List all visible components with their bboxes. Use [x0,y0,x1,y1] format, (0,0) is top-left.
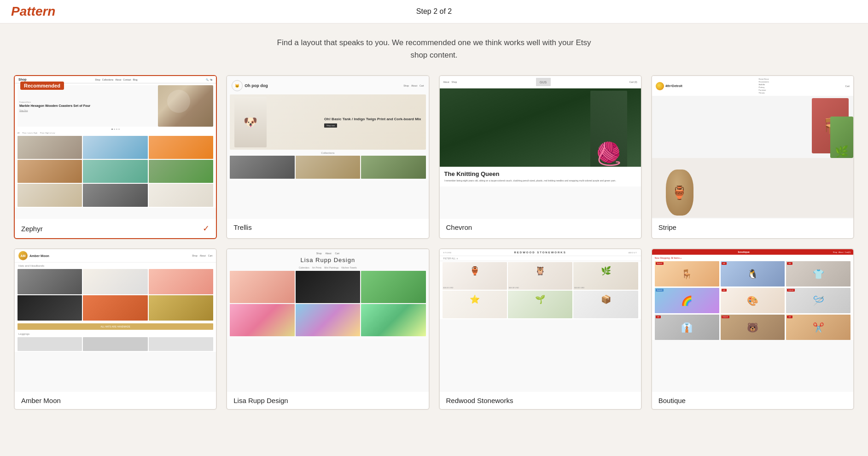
redwood-cell-5: 🌱 [508,291,572,318]
stripe-logo: 4th+Detroit [656,82,682,90]
trellis-item-2 [296,156,360,179]
zephyr-cell-5 [83,160,147,183]
theme-card-boutique[interactable]: boutique ShopAboutCart(0) Now Shopping: … [651,248,854,410]
theme-card-stripe[interactable]: 4th+Detroit Home DecorHousewaresWall Art… [651,75,854,239]
trellis-hero-text: Oh! Basic Tank / Indigo Twigs Print and … [324,117,421,127]
lisa-sub-nav: CalendarsArt PrintsMini PaintingsKitchen… [230,266,425,269]
boutique-item-4: 🌈 featured [655,288,719,313]
stripe-hero: 🪑 🌿 [652,96,853,158]
amber-cell-1 [17,269,82,294]
amber-cell-4 [17,295,82,321]
amber-nav: AM Amber Moon ShopAboutCart [15,249,216,263]
boutique-img-7: 👔 [655,315,719,340]
zephyr-label: Zephyr ✓ [15,219,216,238]
boutique-badge-1: featured [656,262,664,265]
lisa-nav: ShopAboutCart [230,252,425,255]
boutique-img-6: 🪡 [786,288,851,313]
zephyr-cell-6 [149,160,213,183]
boutique-img-9: ✂️ [786,315,851,340]
zephyr-checkmark: ✓ [203,223,210,234]
amber-logo-name: Amber Moon [29,254,49,257]
boutique-img-5: 🎨 [721,288,785,313]
zephyr-cell-3 [149,136,213,159]
boutique-img-2: 🐧 [721,261,785,286]
boutique-item-5: 🎨 sale [721,288,785,313]
zephyr-preview: Recommended Shop ShopCollectionsAboutCon… [15,76,216,219]
chevron-title: The Knitting Queen [444,170,636,177]
subtitle: Find a layout that speaks to you. We rec… [0,23,868,70]
step-indicator: Step 2 of 2 [416,7,452,16]
stripe-logo-sun [656,82,664,90]
page-header: Pattern Step 2 of 2 [0,0,868,23]
amber-preview-container: AM Amber Moon ShopAboutCart Hats and Hea… [15,249,216,392]
amber-category1: Hats and Headbands [15,263,216,268]
lisa-cell-5 [296,304,360,336]
zephyr-featured-label: Featured Item [19,101,156,103]
lisa-cell-3 [361,271,425,303]
zephyr-filters: AllPrice: Low to HighPrice: High to Low [15,131,216,135]
chevron-content: The Knitting Queen I remember being eigh… [440,167,641,187]
logo: Pattern [11,4,55,19]
trellis-name: Trellis [233,223,251,231]
stripe-nav: 4th+Detroit Home DecorHousewaresWall Art… [652,76,853,96]
amber-banner: ALL HATS ARE HANDMADE [17,323,213,330]
chevron-preview-container: AboutShop GUS Cart (0) 🧶 The Knitting Qu… [440,76,641,219]
theme-grid: Recommended Shop ShopCollectionsAboutCon… [0,70,868,424]
trellis-preview-container: 🐱 Oh pop dog ShopAboutCart 🐶 Oh! Basic T… [227,76,428,219]
chevron-desc: I remember being eight years old, sittin… [444,179,636,183]
chevron-hero: 🧶 [440,88,641,167]
chevron-logo: GUS [536,78,551,86]
stripe-plant: 🌿 [830,117,853,158]
theme-card-chevron[interactable]: AboutShop GUS Cart (0) 🧶 The Knitting Qu… [439,75,642,239]
redwood-cell-4: ⭐ [443,291,507,318]
amber-logo-circle: AM [18,251,28,260]
lisa-rupp-name: Lisa Rupp Design [233,397,288,404]
stripe-preview-container: 4th+Detroit Home DecorHousewaresWall Art… [652,76,853,219]
boutique-badge-8: featured [722,316,729,318]
boutique-badge-6: featured [787,289,795,292]
zephyr-cell-7 [17,184,82,207]
theme-card-lisa-rupp[interactable]: ShopAboutCart Lisa Rupp Design Calendars… [226,248,429,410]
zephyr-name: Zephyr [21,225,43,233]
stripe-product-bottom: 🏺 [652,158,853,218]
zephyr-product-grid [15,135,216,208]
zephyr-product-title: Marble Hexagon Wooden Coasters Set of Fo… [19,104,156,108]
boutique-item-2: 🐧 sale [721,261,785,286]
boutique-logo: boutique [738,251,750,253]
amber-cell-5 [83,295,147,321]
trellis-item-1 [230,156,294,179]
boutique-preview-container: boutique ShopAboutCart(0) Now Shopping: … [652,249,853,392]
theme-card-amber-moon[interactable]: AM Amber Moon ShopAboutCart Hats and Hea… [14,248,217,410]
boutique-item-7: 👔 sale [655,315,719,340]
redwood-label: Redwood Stoneworks [440,392,641,409]
lisa-rupp-label: Lisa Rupp Design [227,392,428,409]
amber-cell-6 [149,295,213,321]
boutique-badge-4: featured [656,289,664,292]
lisa-cell-4 [230,304,294,336]
trellis-logo: Oh pop dog [245,83,268,88]
theme-card-trellis[interactable]: 🐱 Oh pop dog ShopAboutCart 🐶 Oh! Basic T… [226,75,429,239]
boutique-img-8: 🐻 [721,315,785,340]
chevron-nav: AboutShop GUS Cart (0) [440,76,641,88]
amber-moon-label: Amber Moon [15,392,216,409]
boutique-item-1: 🪑 featured [655,261,719,286]
lisa-cell-1 [230,271,294,303]
amber-cell-2 [83,269,147,294]
theme-card-zephyr[interactable]: Recommended Shop ShopCollectionsAboutCon… [14,75,217,239]
zephyr-cell-2 [83,136,147,159]
trellis-item-3 [361,156,425,179]
zephyr-cell-4 [17,160,82,183]
redwood-cell-2: 🦉 $18.00 USD [508,262,572,290]
lisa-title: Lisa Rupp Design [230,257,425,263]
zephyr-hero-image [158,85,213,127]
boutique-img-1: 🪑 [655,261,719,286]
redwood-filter: FILTER ALL ∨ [440,256,641,261]
redwood-name: Redwood Stoneworks [446,397,513,404]
zephyr-cell-8 [83,184,147,207]
boutique-badge-7: sale [656,316,661,318]
redwood-nav: STORE REDWOOD STONEWORKS ABOUT [440,249,641,256]
chevron-label: Chevron [440,219,641,236]
theme-card-redwood[interactable]: STORE REDWOOD STONEWORKS ABOUT FILTER AL… [439,248,642,410]
redwood-cell-6: 📦 [573,291,638,318]
boutique-label: Boutique [652,392,853,409]
